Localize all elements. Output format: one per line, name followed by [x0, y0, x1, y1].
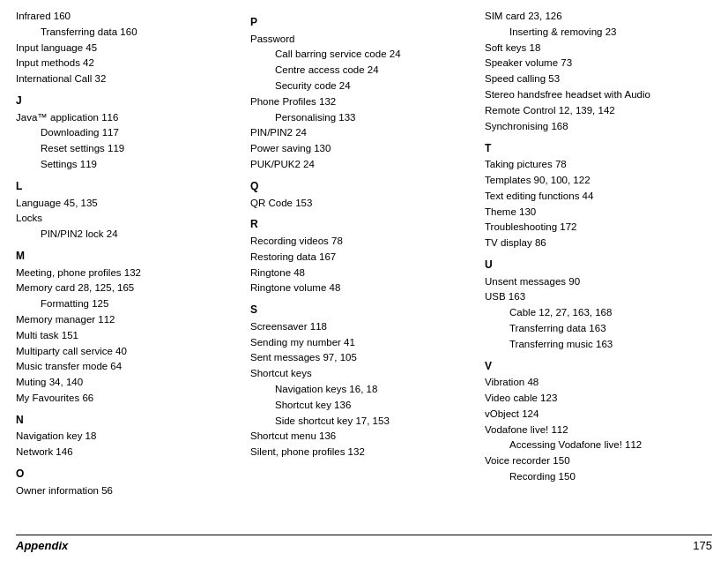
index-sub-item: Transferring music 163: [485, 337, 705, 353]
index-main-item: Taking pictures 78: [485, 157, 705, 173]
index-sub-item: Formatting 125: [16, 296, 236, 312]
page: Infrared 160Transferring data 160Input l…: [0, 0, 728, 561]
index-main-item: Speaker volume 73: [485, 56, 705, 71]
index-main-item: Phone Profiles 132: [250, 94, 471, 110]
index-main-item: Remote Control 12, 139, 142: [485, 103, 705, 119]
index-main-item: Input language 45: [16, 41, 236, 56]
index-main-item: TV display 86: [485, 236, 705, 251]
index-main-item: Shortcut keys: [250, 366, 471, 382]
index-main-item: QR Code 153: [250, 196, 471, 212]
index-main-item: Shortcut menu 136: [250, 429, 471, 445]
footer-appendix-label: Appendix: [16, 539, 68, 552]
index-main-item: Troubleshooting 172: [485, 220, 705, 236]
index-sub-item: Recording 150: [485, 469, 705, 485]
section-letter: V: [485, 358, 705, 375]
section-letter: U: [485, 257, 705, 273]
index-main-item: Restoring data 167: [250, 250, 471, 266]
index-main-item: Ringtone volume 48: [250, 280, 471, 296]
index-main-item: Muting 34, 140: [16, 375, 236, 391]
index-main-item: Power saving 130: [250, 141, 471, 157]
index-main-item: Screensaver 118: [250, 319, 471, 335]
index-sub-item: Security code 24: [250, 79, 471, 94]
index-main-item: Navigation key 18: [16, 429, 236, 445]
index-main-item: Vodafone live! 112: [485, 423, 705, 438]
index-main-item: Memory card 28, 125, 165: [16, 280, 236, 296]
index-main-item: Locks: [16, 211, 236, 227]
index-main-item: Infrared 160: [16, 9, 236, 25]
index-sub-item: Side shortcut key 17, 153: [250, 414, 471, 430]
index-main-item: Music transfer mode 64: [16, 359, 236, 375]
index-sub-item: Settings 119: [16, 157, 236, 173]
column-2: PPasswordCall barring service code 24Cen…: [243, 9, 478, 529]
index-sub-item: Downloading 117: [16, 125, 236, 141]
index-main-item: vObject 124: [485, 407, 705, 423]
index-sub-item: Shortcut key 136: [250, 398, 471, 414]
index-main-item: Video cable 123: [485, 391, 705, 407]
index-sub-item: Navigation keys 16, 18: [250, 382, 471, 398]
index-main-item: Synchronising 168: [485, 119, 705, 135]
index-sub-item: Transferring data 163: [485, 321, 705, 337]
index-main-item: Input methods 42: [16, 56, 236, 71]
footer-page-number: 175: [693, 539, 712, 552]
index-main-item: PIN/PIN2 24: [250, 125, 471, 141]
section-letter: R: [250, 216, 471, 233]
column-3: SIM card 23, 126Inserting & removing 23S…: [478, 9, 712, 529]
section-letter: J: [16, 93, 236, 109]
index-sub-item: Transferring data 160: [16, 25, 236, 41]
index-main-item: Language 45, 135: [16, 196, 236, 212]
index-main-item: Voice recorder 150: [485, 453, 705, 469]
index-main-item: USB 163: [485, 289, 705, 305]
index-main-item: Text editing functions 44: [485, 189, 705, 205]
index-main-item: PUK/PUK2 24: [250, 157, 471, 173]
section-letter: L: [16, 178, 236, 195]
section-letter: S: [250, 302, 471, 318]
index-main-item: Multi task 151: [16, 328, 236, 344]
section-letter: O: [16, 466, 236, 482]
index-main-item: Java™ application 116: [16, 110, 236, 126]
index-sub-item: Call barring service code 24: [250, 47, 471, 63]
index-sub-item: PIN/PIN2 lock 24: [16, 227, 236, 243]
section-letter: N: [16, 412, 236, 429]
index-main-item: Silent, phone profiles 132: [250, 445, 471, 460]
index-main-item: Multiparty call service 40: [16, 344, 236, 360]
index-main-item: Meeting, phone profiles 132: [16, 266, 236, 281]
index-sub-item: Personalising 133: [250, 110, 471, 126]
index-main-item: Memory manager 112: [16, 312, 236, 328]
index-main-item: Owner information 56: [16, 483, 236, 499]
index-main-item: SIM card 23, 126: [485, 9, 705, 25]
index-sub-item: Centre access code 24: [250, 63, 471, 79]
index-sub-item: Inserting & removing 23: [485, 25, 705, 41]
index-main-item: Unsent messages 90: [485, 274, 705, 290]
index-main-item: Soft keys 18: [485, 41, 705, 56]
index-main-item: Sent messages 97, 105: [250, 350, 471, 366]
content-area: Infrared 160Transferring data 160Input l…: [16, 9, 712, 529]
index-main-item: Templates 90, 100, 122: [485, 173, 705, 189]
section-letter: M: [16, 248, 236, 265]
index-main-item: Sending my number 41: [250, 335, 471, 351]
index-main-item: Network 146: [16, 445, 236, 460]
index-main-item: Ringtone 48: [250, 266, 471, 281]
index-main-item: Speed calling 53: [485, 71, 705, 87]
index-sub-item: Reset settings 119: [16, 141, 236, 157]
index-main-item: Stereo handsfree headset with Audio: [485, 87, 705, 103]
footer: Appendix 175: [16, 535, 712, 552]
column-1: Infrared 160Transferring data 160Input l…: [16, 9, 243, 529]
index-main-item: My Favourites 66: [16, 391, 236, 407]
section-letter: Q: [250, 178, 471, 195]
index-main-item: International Call 32: [16, 71, 236, 87]
index-main-item: Theme 130: [485, 205, 705, 221]
index-main-item: Vibration 48: [485, 375, 705, 391]
index-main-item: Password: [250, 32, 471, 48]
index-sub-item: Cable 12, 27, 163, 168: [485, 305, 705, 321]
section-letter: P: [250, 14, 471, 31]
index-main-item: Recording videos 78: [250, 234, 471, 250]
index-sub-item: Accessing Vodafone live! 112: [485, 438, 705, 453]
section-letter: T: [485, 140, 705, 157]
